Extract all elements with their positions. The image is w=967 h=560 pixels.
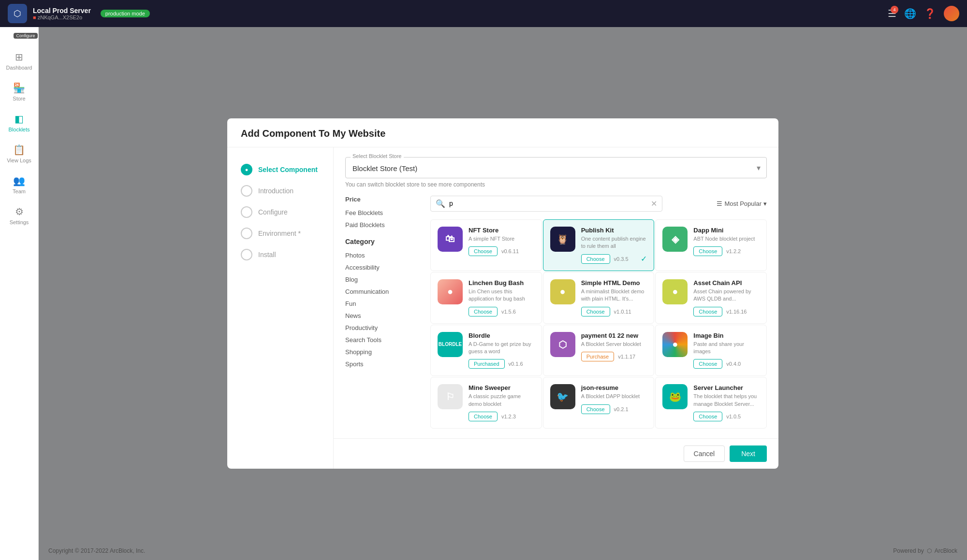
next-button[interactable]: Next bbox=[730, 445, 767, 462]
sidebar-label-team: Team bbox=[13, 188, 26, 194]
purchased-button-blordle[interactable]: Purchased bbox=[469, 359, 505, 369]
viewlogs-icon: 📋 bbox=[13, 144, 25, 156]
filter-fee-blocklets[interactable]: Fee Blocklets bbox=[345, 207, 423, 219]
content-column: Select Blocklet Store Blocklet Store (Te… bbox=[334, 147, 778, 469]
filter-productivity[interactable]: Productivity bbox=[345, 322, 423, 334]
blocklet-actions-linchen-bug-bash: Choose v1.5.6 bbox=[469, 307, 535, 316]
step-install: Install bbox=[241, 244, 320, 265]
blocklet-icon-mine-sweeper: ⚐ bbox=[438, 384, 463, 409]
blocklet-desc-mine-sweeper: A classic puzzle game demo blocklet bbox=[469, 393, 535, 408]
settings-icon: ⚙ bbox=[15, 206, 24, 217]
store-hint: You can switch blocklet store to see mor… bbox=[345, 181, 767, 188]
version-tag-blordle: v0.1.6 bbox=[509, 361, 523, 367]
sidebar-label-viewlogs: View Logs bbox=[7, 158, 31, 163]
store-select-value: Blocklet Store (Test) bbox=[352, 164, 417, 172]
server-info: Local Prod Server ■ zNKqGA...X2SE2o bbox=[33, 7, 91, 20]
blocklet-card-image-bin: ● Image Bin Paste and share your images … bbox=[655, 325, 767, 376]
step-circle-3 bbox=[241, 206, 252, 218]
blocklet-card-mine-sweeper: ⚐ Mine Sweeper A classic puzzle game dem… bbox=[430, 377, 542, 429]
step-circle-4 bbox=[241, 228, 252, 239]
filter-fun[interactable]: Fun bbox=[345, 298, 423, 310]
filter-search-tools[interactable]: Search Tools bbox=[345, 334, 423, 346]
blocklet-card-payment-01: ⬡ payment 01 22 new A Blocklet Server bl… bbox=[543, 325, 655, 376]
choose-button-mine-sweeper[interactable]: Choose bbox=[469, 412, 498, 421]
filter-news[interactable]: News bbox=[345, 310, 423, 322]
choose-button-server-launcher[interactable]: Choose bbox=[693, 412, 722, 421]
blocklet-icon-image-bin: ● bbox=[662, 332, 688, 357]
filter-blog[interactable]: Blog bbox=[345, 273, 423, 286]
blocklet-card-dapp-mini: ◈ Dapp Mini ABT Node blocklet project Ch… bbox=[655, 219, 767, 271]
search-input[interactable] bbox=[449, 200, 647, 207]
blocklet-name-json-resume: json-resume bbox=[581, 384, 647, 391]
filter-photos[interactable]: Photos bbox=[345, 249, 423, 261]
blocklet-info-mine-sweeper: Mine Sweeper A classic puzzle game demo … bbox=[469, 384, 535, 421]
blocklet-name-nft-store: NFT Store bbox=[469, 227, 535, 234]
blocklet-desc-json-resume: A Blocklet DAPP blocklet bbox=[581, 393, 647, 400]
content-scroll-area: Select Blocklet Store Blocklet Store (Te… bbox=[334, 147, 778, 438]
step-circle-5 bbox=[241, 249, 252, 260]
blocklet-desc-server-launcher: The blocklet that helps you manage Block… bbox=[693, 393, 760, 408]
blocklet-actions-publish-kit: Choose v0.3.5 ✓ bbox=[581, 254, 647, 264]
sidebar-item-viewlogs[interactable]: 📋 View Logs bbox=[3, 139, 36, 168]
blocklet-icon-linchen-bug-bash: ● bbox=[438, 279, 463, 304]
step-introduction: Introduction bbox=[241, 180, 320, 201]
step-circle-2 bbox=[241, 185, 252, 197]
cancel-button[interactable]: Cancel bbox=[684, 445, 725, 462]
blocklet-actions-dapp-mini: Choose v1.2.2 bbox=[693, 246, 760, 256]
choose-button-simple-html-demo[interactable]: Choose bbox=[581, 307, 610, 316]
blocklet-name-publish-kit: Publish Kit bbox=[581, 227, 647, 234]
sidebar-item-blocklets[interactable]: ◧ Blocklets bbox=[3, 108, 36, 137]
choose-button-nft-store[interactable]: Choose bbox=[469, 246, 498, 256]
sidebar-item-store[interactable]: 🏪 Store bbox=[3, 77, 36, 106]
help-icon[interactable]: ❓ bbox=[924, 8, 936, 19]
choose-button-json-resume[interactable]: Choose bbox=[581, 404, 610, 414]
choose-button-publish-kit[interactable]: Choose bbox=[581, 254, 610, 264]
sort-icon: ☰ bbox=[717, 200, 722, 207]
blocklet-info-publish-kit: Publish Kit One content publish engine t… bbox=[581, 227, 647, 264]
topbar: ⬡ Local Prod Server ■ zNKqGA...X2SE2o pr… bbox=[0, 0, 967, 27]
search-box: 🔍 ✕ bbox=[430, 196, 662, 212]
filter-communication[interactable]: Communication bbox=[345, 286, 423, 298]
choose-button-asset-chain-api[interactable]: Choose bbox=[693, 307, 722, 316]
filter-accessibility[interactable]: Accessibility bbox=[345, 261, 423, 273]
blocklet-icon-publish-kit: 🦉 bbox=[550, 227, 575, 252]
blocklet-desc-payment-01: A Blocklet Server blocklet bbox=[581, 341, 647, 348]
user-avatar[interactable] bbox=[944, 6, 959, 21]
version-tag-asset-chain-api: v1.16.16 bbox=[726, 309, 747, 315]
filter-grid: Price Fee Blocklets Paid Blocklets Categ… bbox=[345, 196, 767, 429]
filter-shopping[interactable]: Shopping bbox=[345, 346, 423, 358]
purchase-button-payment-01[interactable]: Purchase bbox=[581, 352, 614, 361]
sidebar-item-team[interactable]: 👥 Team bbox=[3, 170, 36, 199]
sort-button[interactable]: ☰ Most Popular ▾ bbox=[717, 200, 767, 207]
sidebar-configure[interactable]: Configure bbox=[3, 35, 36, 44]
choose-button-linchen-bug-bash[interactable]: Choose bbox=[469, 307, 498, 316]
sidebar-item-settings[interactable]: ⚙ Settings bbox=[3, 201, 36, 230]
filter-paid-blocklets[interactable]: Paid Blocklets bbox=[345, 219, 423, 231]
blocklet-actions-mine-sweeper: Choose v1.2.3 bbox=[469, 412, 535, 421]
sidebar-item-dashboard[interactable]: ⊞ Dashboard bbox=[3, 46, 36, 75]
app-logo: ⬡ bbox=[8, 4, 27, 23]
step-label-1: Select Component bbox=[258, 166, 318, 173]
blocklet-info-image-bin: Image Bin Paste and share your images Ch… bbox=[693, 332, 760, 369]
main-layout: Configure ⊞ Dashboard 🏪 Store ◧ Blocklet… bbox=[0, 27, 967, 560]
blocklet-info-simple-html-demo: Simple HTML Demo A minimalist Blocklet d… bbox=[581, 279, 647, 316]
clear-search-icon[interactable]: ✕ bbox=[651, 199, 657, 208]
step-label-4: Environment * bbox=[258, 230, 301, 237]
version-tag-simple-html-demo: v1.0.11 bbox=[614, 309, 631, 315]
blocklet-icon-nft-store: 🛍 bbox=[438, 227, 463, 252]
steps-column: ● Select Component Introduction Configur… bbox=[227, 147, 334, 469]
blocklet-card-server-launcher: 🐸 Server Launcher The blocklet that help… bbox=[655, 377, 767, 429]
notifications-icon[interactable]: ☰ 4 bbox=[888, 8, 896, 19]
blocklet-desc-simple-html-demo: A minimalist Blocklet demo with plain HT… bbox=[581, 288, 647, 303]
blocklet-icon-payment-01: ⬡ bbox=[550, 332, 575, 357]
filter-sports[interactable]: Sports bbox=[345, 358, 423, 370]
choose-button-image-bin[interactable]: Choose bbox=[693, 359, 722, 369]
store-select-chevron-icon[interactable]: ▾ bbox=[757, 163, 761, 172]
modal-overlay: Add Component To My Website ● Select Com… bbox=[39, 27, 967, 560]
sidebar-label-store: Store bbox=[13, 96, 25, 101]
blocklet-card-blordle: BLORDLE Blordle A D-Game to get prize bu… bbox=[430, 325, 542, 376]
sidebar-label-blocklets: Blocklets bbox=[8, 127, 29, 132]
step-label-3: Configure bbox=[258, 208, 288, 216]
globe-icon[interactable]: 🌐 bbox=[904, 8, 916, 19]
choose-button-dapp-mini[interactable]: Choose bbox=[693, 246, 722, 256]
